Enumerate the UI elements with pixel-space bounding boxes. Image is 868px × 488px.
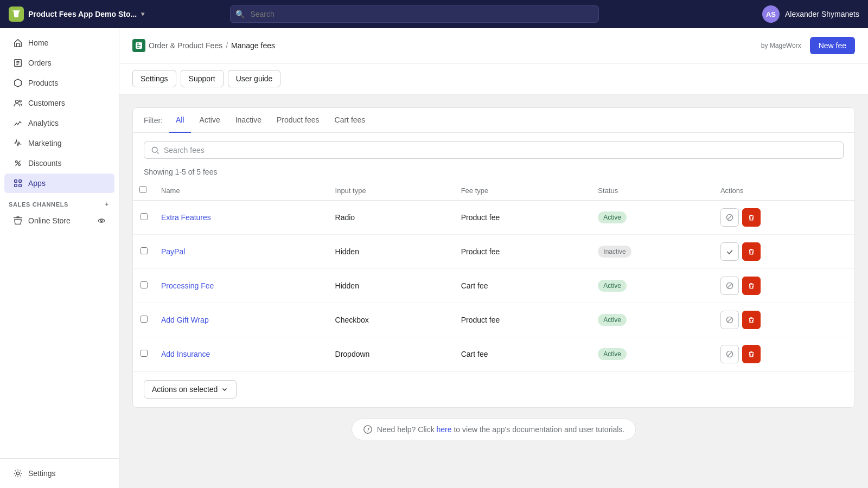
tab-cart-fees[interactable]: Cart fees [328,108,372,133]
fee-link-2[interactable]: Processing Fee [161,281,214,290]
row-name-2: Processing Fee [155,269,329,303]
fee-link-4[interactable]: Add Insurance [161,350,210,358]
row-name-1: PayPal [155,235,329,269]
help-bar: Need help? Click here to view the app's … [132,408,855,451]
tab-inactive[interactable]: Inactive [229,108,268,133]
search-area: 🔍 [230,5,599,23]
select-all-checkbox[interactable] [139,186,146,193]
status-badge-2: Active [598,280,627,292]
status-badge-3: Active [598,314,627,326]
svg-point-12 [16,472,19,474]
row-checkbox-4[interactable] [141,350,148,357]
app-icon [132,39,145,52]
store-chevron-icon[interactable]: ▾ [141,10,144,18]
page-header: Order & Product Fees / Manage fees by Ma… [119,28,868,63]
sidebar-item-analytics[interactable]: Analytics [4,113,114,133]
tab-active[interactable]: Active [193,108,227,133]
row-status-2: Active [591,269,714,303]
fee-link-3[interactable]: Add Gift Wrap [161,316,209,324]
actions-cell-4 [720,345,848,363]
svg-point-4 [16,161,18,163]
row-checkbox-cell-1[interactable] [133,235,155,269]
fee-link-1[interactable]: PayPal [161,247,185,256]
delete-btn-4[interactable] [742,345,761,363]
new-fee-button[interactable]: New fee [810,37,855,54]
trash-icon-3 [748,316,755,324]
add-channel-button[interactable]: ＋ [104,200,110,208]
breadcrumb-app[interactable]: Order & Product Fees [149,41,222,50]
sidebar-item-products[interactable]: Products [4,73,114,93]
edit-btn-3[interactable] [720,311,739,329]
sidebar-item-products-label: Products [28,79,58,87]
sidebar-item-settings[interactable]: Settings [4,464,114,483]
breadcrumb-current: Manage fees [231,41,275,50]
help-inner: Need help? Click here to view the app's … [352,419,636,440]
row-checkbox-1[interactable] [141,247,148,254]
table-footer: Actions on selected [133,371,854,407]
header-select-all[interactable] [133,181,155,201]
store-name: Product Fees App Demo Sto... [28,10,137,18]
sidebar-item-online-store[interactable]: Online Store [4,211,114,230]
row-status-4: Active [591,337,714,371]
sidebar-item-settings-label: Settings [28,469,56,478]
store-logo[interactable]: Product Fees App Demo Sto... ▾ [9,7,144,22]
row-actions-3 [714,303,854,337]
sidebar: Home Orders Products Customers Analytics… [0,28,119,488]
row-fee-type-4: Cart fee [455,337,592,371]
row-checkbox-cell-3[interactable] [133,303,155,337]
actions-on-selected-button[interactable]: Actions on selected [144,380,237,399]
delete-btn-3[interactable] [742,311,761,329]
svg-point-23 [364,426,372,433]
search-bar [144,142,844,159]
delete-btn-1[interactable] [742,242,761,261]
sidebar-item-customers[interactable]: Customers [4,93,114,113]
svg-line-20 [727,318,732,322]
help-link[interactable]: here [437,425,452,434]
search-fees-input[interactable] [164,146,837,155]
row-checkbox-3[interactable] [141,316,148,323]
row-checkbox-cell-4[interactable] [133,337,155,371]
header-fee-type: Fee type [455,181,592,201]
sidebar-item-apps[interactable]: Apps [4,174,114,193]
sidebar-item-orders[interactable]: Orders [4,53,114,73]
edit-btn-1[interactable] [720,242,739,261]
eye-icon [97,216,106,225]
settings-icon [13,468,23,478]
fee-link-0[interactable]: Extra Features [161,213,211,222]
delete-btn-0[interactable] [742,208,761,227]
actions-cell-2 [720,277,848,295]
delete-btn-2[interactable] [742,277,761,295]
tab-product-fees[interactable]: Product fees [270,108,326,133]
sidebar-nav: Home Orders Products Customers Analytics… [0,33,119,458]
row-status-0: Active [591,201,714,235]
sidebar-item-home[interactable]: Home [4,33,114,53]
row-checkbox-cell-2[interactable] [133,269,155,303]
support-button[interactable]: Support [181,70,224,87]
by-label: by MageWorx [761,42,801,49]
orders-icon [13,58,23,68]
avatar: AS [762,5,780,23]
online-store-left: Online Store [13,216,71,226]
sidebar-item-discounts[interactable]: Discounts [4,153,114,173]
global-search-input[interactable] [230,5,599,23]
showing-text: Showing 1-5 of 5 fees [133,168,854,181]
search-bar-wrap [133,133,854,168]
edit-btn-0[interactable] [720,208,739,227]
edit-btn-4[interactable] [720,345,739,363]
sidebar-item-home-label: Home [28,38,48,47]
edit-btn-2[interactable] [720,277,739,295]
store-icon [13,216,23,226]
row-checkbox-cell-0[interactable] [133,201,155,235]
row-fee-type-1: Product fee [455,235,592,269]
sidebar-item-marketing[interactable]: Marketing [4,133,114,153]
row-checkbox-0[interactable] [141,213,148,220]
row-input-type-3: Checkbox [329,303,455,337]
user-menu[interactable]: AS Alexander Shymanets [762,5,859,23]
row-input-type-0: Radio [329,201,455,235]
status-badge-4: Active [598,348,627,360]
row-name-3: Add Gift Wrap [155,303,329,337]
tab-all[interactable]: All [169,108,191,133]
settings-button[interactable]: Settings [132,70,176,87]
user-guide-button[interactable]: User guide [228,70,281,87]
row-checkbox-2[interactable] [141,281,148,288]
